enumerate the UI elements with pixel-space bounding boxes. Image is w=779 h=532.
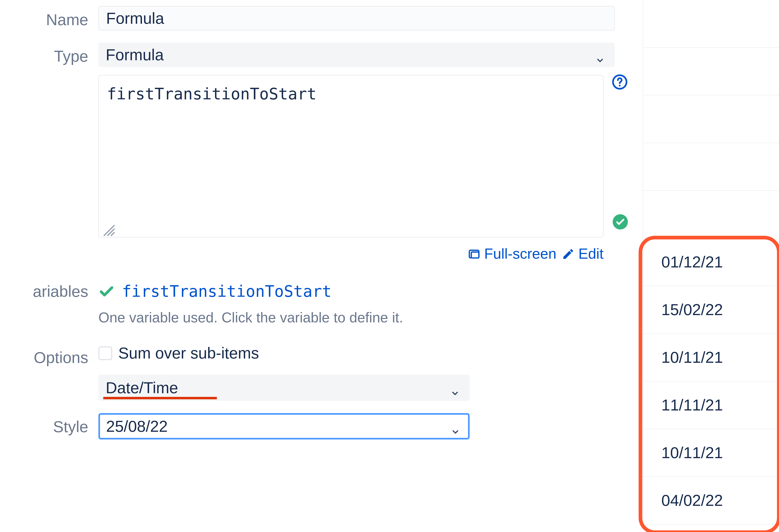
- date-cell: 10/11/21: [661, 348, 723, 367]
- help-icon[interactable]: [612, 74, 628, 90]
- svg-rect-7: [471, 252, 479, 258]
- row-variables: ariables firstTransitionToStart One vari…: [0, 282, 639, 326]
- label-variables: ariables: [0, 282, 99, 301]
- date-cell: 01/12/21: [661, 253, 723, 271]
- style-select[interactable]: 25/08/22: [99, 413, 470, 439]
- variable-line: firstTransitionToStart: [99, 282, 639, 300]
- chevron-down-icon: [451, 422, 460, 431]
- sum-checkbox[interactable]: [99, 346, 112, 360]
- name-input[interactable]: [99, 6, 615, 31]
- svg-point-4: [619, 85, 621, 86]
- list-item: [643, 95, 779, 143]
- list-item: 04/02/22: [643, 477, 779, 525]
- label-type: Type: [0, 43, 99, 66]
- list-item: 10/11/21: [643, 334, 779, 381]
- form-panel: Name Type Formula: [0, 0, 639, 452]
- sum-checkbox-line: Sum over sub-items: [99, 344, 639, 362]
- pencil-icon: [562, 247, 575, 260]
- style-value: 25/08/22: [106, 417, 168, 436]
- sum-checkbox-label: Sum over sub-items: [118, 344, 259, 362]
- edit-link[interactable]: Edit: [562, 245, 603, 262]
- date-cell: 04/02/22: [661, 491, 723, 510]
- editor-links: Full-screen Edit: [99, 245, 603, 262]
- label-style: Style: [0, 413, 99, 436]
- check-circle-icon: [613, 214, 628, 230]
- date-cell: 10/11/21: [661, 444, 723, 462]
- field-options: Sum over sub-items Date/Time: [99, 344, 639, 401]
- field-type: Formula: [99, 43, 639, 67]
- list-item: 15/02/22: [643, 286, 779, 334]
- formula-textarea[interactable]: [99, 75, 603, 237]
- edit-label: Edit: [578, 245, 603, 262]
- chevron-down-icon: [451, 383, 460, 392]
- field-style: 25/08/22: [99, 413, 639, 439]
- row-formula: Full-screen Edit: [0, 75, 639, 262]
- date-cell: 15/02/22: [661, 300, 723, 319]
- fullscreen-label: Full-screen: [484, 245, 556, 262]
- row-style: Style 25/08/22: [0, 413, 639, 439]
- fullscreen-link[interactable]: Full-screen: [468, 245, 556, 262]
- dates-column: 01/12/21 15/02/22 10/11/21 11/11/21 10/1…: [643, 0, 779, 525]
- row-options: Options Sum over sub-items Date/Time: [0, 344, 639, 401]
- format-value: Date/Time: [106, 378, 178, 397]
- list-item: [643, 48, 779, 95]
- list-item: 10/11/21: [643, 429, 779, 477]
- list-item: [643, 191, 779, 238]
- label-options: Options: [0, 344, 99, 367]
- date-cell: 11/11/21: [661, 396, 723, 414]
- list-item: 01/12/21: [643, 238, 779, 286]
- field-variables: firstTransitionToStart One variable used…: [99, 282, 639, 326]
- row-name: Name: [0, 6, 639, 31]
- formula-wrap: [99, 75, 603, 241]
- underline-annotation: [103, 397, 217, 399]
- type-select[interactable]: Formula: [99, 43, 615, 67]
- field-formula: Full-screen Edit: [99, 75, 639, 262]
- chevron-down-icon: [596, 50, 605, 59]
- row-type: Type Formula: [0, 43, 639, 67]
- list-item: 11/11/21: [643, 381, 779, 429]
- check-icon: [99, 283, 115, 299]
- label-formula-blank: [0, 75, 99, 79]
- list-item: [643, 0, 779, 48]
- variable-link[interactable]: firstTransitionToStart: [122, 282, 332, 300]
- variable-hint: One variable used. Click the variable to…: [99, 309, 639, 326]
- list-item: [643, 143, 779, 191]
- type-value: Formula: [106, 46, 164, 64]
- label-name: Name: [0, 6, 99, 29]
- field-name: [99, 6, 639, 31]
- fullscreen-icon: [468, 247, 481, 260]
- format-select[interactable]: Date/Time: [99, 374, 470, 401]
